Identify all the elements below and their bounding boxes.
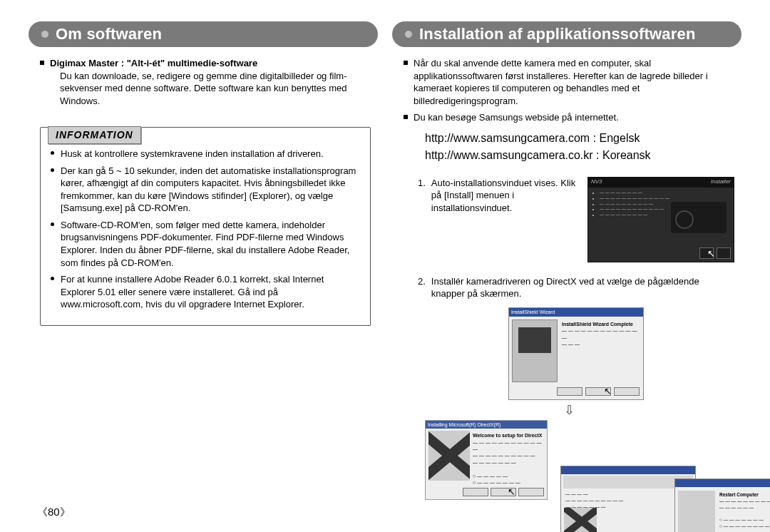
wizard-back-button[interactable] [557, 387, 582, 396]
header-dot-icon [405, 31, 412, 38]
step-2-number: 2. [418, 275, 426, 300]
page-number: 《80》 [37, 505, 71, 519]
installer-logo: NV3 [591, 178, 602, 186]
right-body: Når du skal anvende dette kamera med en … [392, 57, 741, 532]
step-1: 1. Auto-installationsvinduet vises. Klik… [418, 177, 580, 215]
header-dot-icon [41, 31, 48, 38]
step-2-text: Installér kameradriveren og DirectX ved … [431, 275, 734, 300]
left-header: Om softwaren [29, 21, 378, 47]
directx-cancel-button[interactable] [518, 488, 544, 496]
installer-bottom-icons [699, 247, 731, 259]
intro-item: Du kan besøge Samsungs webside på intern… [404, 111, 734, 124]
installer-bullet-list: — — — — — — — — — — — — — — — — — — — — … [592, 190, 671, 218]
installer-screenshot: NV3 Installer — — — — — — — — — — — — — … [587, 177, 734, 262]
installer-mode: Installer [711, 178, 731, 186]
left-section-heading: Digimax Master : "Alt-i-ét" multimedie-s… [50, 58, 257, 68]
wizard-heading: InstallShield Wizard Complete — — — — — … [562, 321, 639, 348]
installshield-screenshot: InstallShield Wizard InstallShield Wizar… [508, 307, 644, 400]
info-item: Der kan gå 5 ~ 10 sekunder, inden det au… [51, 165, 360, 215]
left-body: Digimax Master : "Alt-i-ét" multimedie-s… [29, 57, 378, 326]
camera-icon [671, 202, 727, 233]
cursor-icon: ↖ [604, 385, 612, 398]
right-title: Installation af applikationssoftwaren [419, 24, 696, 45]
url-korean: http://www.samsungcamera.co.kr : Koreans… [425, 147, 734, 164]
left-section: Digimax Master : "Alt-i-ét" multimedie-s… [40, 57, 371, 107]
cursor-icon: ↖ [508, 486, 515, 498]
information-label: INFORMATION [48, 126, 141, 144]
wizard-side-image [678, 491, 715, 532]
information-box: INFORMATION Husk at kontrollere systemkr… [40, 127, 371, 326]
directx-x-icon [428, 431, 470, 481]
step-1-number: 1. [418, 177, 426, 215]
right-column: Installation af applikationssoftwaren Nå… [392, 21, 741, 532]
intro-item: Når du skal anvende dette kamera med en … [404, 57, 734, 107]
manual-button[interactable] [717, 247, 731, 259]
restart-computer-screenshot: Restart Computer — — — — — — — — — — —— … [674, 479, 770, 532]
wizard-titlebar: InstallShield Wizard [509, 308, 643, 317]
arrow-down-icon: ⇩ [404, 401, 734, 419]
url-english: http://www.samsungcamera.com : Engelsk [425, 130, 734, 147]
left-section-body: Du kan downloade, se, redigere og gemme … [50, 70, 371, 108]
directx-x-icon [564, 508, 597, 532]
directx-heading: Welcome to setup for DirectX [473, 433, 543, 438]
left-column: Om softwaren Digimax Master : "Alt-i-ét"… [29, 21, 378, 532]
step-1-text: Auto-installationsvinduet vises. Klik på… [431, 177, 580, 215]
restart-heading: Restart Computer [719, 492, 759, 497]
overlapping-screenshots: — — — —— — — — — — — — — —— — — — — — — … [560, 466, 770, 532]
directx-titlebar: Installing Microsoft(R) DirectX(R) [426, 421, 547, 429]
cursor-icon: ↖ [707, 247, 715, 260]
left-title: Om softwaren [56, 24, 162, 45]
wizard-side-image [512, 319, 558, 382]
info-item: For at kunne installere Adobe Reader 6.0… [51, 273, 360, 311]
info-item: Software-CD-ROM'en, som følger med dette… [51, 219, 360, 269]
url-block: http://www.samsungcamera.com : Engelsk h… [425, 130, 734, 164]
step-2: 2. Installér kameradriveren og DirectX v… [418, 275, 734, 300]
directx-welcome-screenshot: Installing Microsoft(R) DirectX(R) Welco… [425, 420, 548, 500]
wizard-cancel-button[interactable] [614, 387, 640, 396]
directx-back-button[interactable] [463, 488, 488, 496]
right-header: Installation af applikationssoftwaren [392, 21, 741, 47]
info-item: Husk at kontrollere systemkravene inden … [51, 148, 360, 160]
